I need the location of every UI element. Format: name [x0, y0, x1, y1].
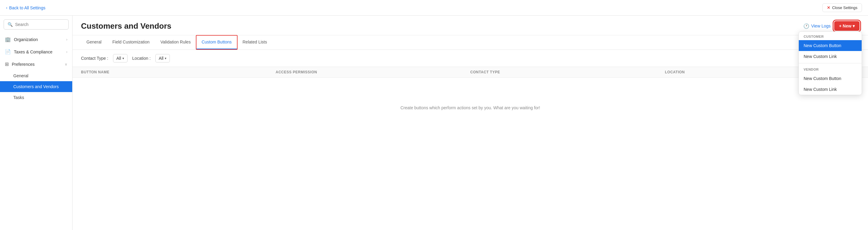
th-button-name: Button Name: [81, 70, 276, 74]
location-chevron: ▾: [165, 57, 166, 60]
preferences-icon: ⊞: [5, 61, 9, 67]
location-value: All: [159, 56, 163, 61]
dropdown-menu: Customer New Custom Button New Custom Li…: [799, 31, 862, 95]
tab-related-lists-label: Related Lists: [243, 39, 267, 44]
organization-icon: 🏢: [5, 36, 11, 42]
sidebar-sub-item-customers-vendors-label: Customers and Vendors: [13, 84, 59, 89]
content-header: Customers and Vendors 🕐 View Logs + New …: [72, 16, 868, 35]
tab-general-label: General: [87, 39, 101, 44]
filters-bar: Contact Type : All ▾ Location : All ▾: [72, 50, 868, 67]
dropdown-item-vendor-new-link[interactable]: New Custom Link: [799, 84, 862, 95]
sidebar-item-taxes[interactable]: 📄 Taxes & Compliance ›: [0, 45, 72, 58]
sidebar: 🔍 🏢 Organization › 📄 Taxes & Compliance …: [0, 16, 72, 230]
tab-field-customization[interactable]: Field Customization: [107, 35, 155, 50]
tab-custom-buttons[interactable]: Custom Buttons: [196, 35, 237, 50]
chevron-down-icon-preferences: ∨: [65, 62, 67, 66]
sidebar-item-organization[interactable]: 🏢 Organization ›: [0, 33, 72, 45]
tab-general[interactable]: General: [81, 35, 107, 50]
content-area: Customers and Vendors 🕐 View Logs + New …: [72, 16, 868, 230]
table-area: Button Name Access Permission Contact Ty…: [72, 67, 868, 230]
page-title: Customers and Vendors: [81, 22, 172, 35]
dropdown-customer-section-label: Customer: [799, 32, 862, 40]
chevron-right-icon-taxes: ›: [66, 50, 67, 54]
contact-type-select[interactable]: All ▾: [113, 54, 128, 63]
sidebar-sub-item-tasks[interactable]: Tasks: [0, 92, 72, 103]
contact-type-label: Contact Type :: [81, 56, 108, 61]
close-settings-button[interactable]: ✕ Close Settings: [823, 3, 862, 12]
view-logs-label: View Logs: [811, 24, 831, 28]
new-button-label: + New ▾: [839, 24, 855, 28]
view-logs-button[interactable]: 🕐 View Logs: [803, 23, 831, 29]
top-bar: ‹ Back to All Settings ✕ Close Settings: [0, 0, 868, 16]
main-layout: 🔍 🏢 Organization › 📄 Taxes & Compliance …: [0, 16, 868, 230]
dropdown-item-customer-new-link-label: New Custom Link: [804, 54, 837, 59]
sidebar-item-preferences[interactable]: ⊞ Preferences ∨: [0, 58, 72, 70]
empty-state-text: Create buttons which perform actions set…: [400, 105, 540, 110]
th-access-permission: Access Permission: [276, 70, 470, 74]
th-contact-type: Contact Type: [470, 70, 665, 74]
tab-field-customization-label: Field Customization: [113, 39, 150, 44]
chevron-right-icon: ›: [66, 37, 67, 42]
clock-icon: 🕐: [803, 23, 809, 29]
sidebar-sub-item-tasks-label: Tasks: [13, 95, 24, 100]
dropdown-item-vendor-new-link-label: New Custom Link: [804, 87, 837, 92]
sidebar-sub-preferences: General Customers and Vendors Tasks: [0, 70, 72, 103]
dropdown-divider: [799, 63, 862, 63]
dropdown-item-customer-new-button-label: New Custom Button: [804, 43, 841, 48]
back-link-label: Back to All Settings: [9, 5, 45, 10]
tab-validation-rules[interactable]: Validation Rules: [155, 35, 196, 50]
search-box[interactable]: 🔍: [4, 19, 69, 30]
new-button[interactable]: + New ▾: [834, 21, 860, 31]
contact-type-value: All: [116, 56, 121, 61]
dropdown-item-customer-new-button[interactable]: New Custom Button: [799, 40, 862, 51]
dropdown-item-vendor-new-button[interactable]: New Custom Button: [799, 73, 862, 84]
table-header: Button Name Access Permission Contact Ty…: [72, 67, 868, 77]
sidebar-nav: 🏢 Organization › 📄 Taxes & Compliance › …: [0, 32, 72, 230]
taxes-icon: 📄: [5, 49, 11, 55]
contact-type-chevron: ▾: [122, 57, 124, 60]
sidebar-item-preferences-label: Preferences: [12, 62, 34, 67]
tabs-bar: General Field Customization Validation R…: [72, 35, 868, 50]
sidebar-item-organization-label: Organization: [14, 37, 38, 42]
sidebar-sub-item-general-label: General: [13, 73, 28, 78]
tab-validation-rules-label: Validation Rules: [160, 39, 191, 44]
search-icon: 🔍: [7, 22, 13, 27]
dropdown-item-customer-new-link[interactable]: New Custom Link: [799, 51, 862, 62]
sidebar-item-taxes-label: Taxes & Compliance: [14, 50, 53, 54]
sidebar-sub-item-customers-vendors[interactable]: Customers and Vendors: [0, 81, 72, 92]
empty-state: Create buttons which perform actions set…: [72, 77, 868, 138]
tab-related-lists[interactable]: Related Lists: [237, 35, 273, 50]
back-link[interactable]: ‹ Back to All Settings: [6, 5, 45, 10]
sidebar-sub-item-general[interactable]: General: [0, 70, 72, 81]
tab-custom-buttons-label: Custom Buttons: [202, 39, 232, 44]
dropdown-item-vendor-new-button-label: New Custom Button: [804, 76, 841, 81]
search-input[interactable]: [15, 22, 65, 27]
location-label: Location :: [132, 56, 151, 61]
close-settings-label: Close Settings: [832, 5, 858, 10]
dropdown-vendor-section-label: Vendor: [799, 65, 862, 73]
location-select[interactable]: All ▾: [155, 54, 170, 63]
chevron-left-icon: ‹: [6, 5, 7, 10]
close-icon: ✕: [827, 5, 830, 10]
